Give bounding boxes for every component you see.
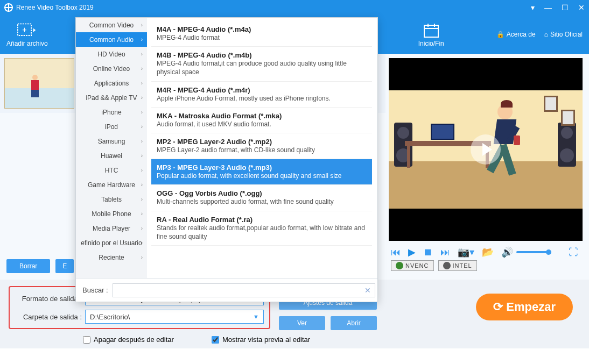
category-item[interactable]: Common Audio› — [76, 32, 147, 47]
encoder-badges: NVENC INTEL — [385, 258, 583, 271]
format-item[interactable]: MP3 - MPEG Layer-3 Audio (*.mp3)Popular … — [151, 159, 372, 185]
window-buttons: ▾ — ☐ ✕ — [531, 3, 585, 12]
calendar-icon — [422, 22, 441, 40]
category-item[interactable]: Applications› — [76, 76, 147, 90]
app-logo-icon — [4, 3, 13, 12]
lock-icon: 🔒 — [496, 31, 504, 38]
snapshot-button[interactable]: 📷▾ — [458, 246, 474, 258]
carpeta-label: Carpeta de salida : — [15, 313, 85, 321]
chevron-right-icon: › — [141, 167, 143, 173]
category-item[interactable]: Online Video› — [76, 61, 147, 76]
chevron-right-icon: › — [141, 124, 143, 130]
app-title: Renee Video Toolbox 2019 — [16, 4, 94, 11]
fullscreen-button[interactable]: ⛶ — [569, 247, 578, 258]
toolbar-right-links: 🔒 Acerca de ⌂ Sitio Oficial — [496, 31, 583, 38]
category-item[interactable]: Mobile Phone› — [76, 206, 147, 221]
svg-rect-2 — [424, 25, 438, 37]
category-item[interactable]: HTC› — [76, 163, 147, 177]
chevron-right-icon: › — [141, 51, 143, 57]
carpeta-select[interactable]: D:\Escritorio\ ▼ — [85, 310, 264, 324]
buscar-label: Buscar : — [82, 286, 108, 294]
video-thumbnail[interactable] — [4, 58, 74, 109]
next-button[interactable]: ⏭ — [440, 247, 450, 258]
chevron-right-icon: › — [141, 211, 143, 217]
format-dropdown: Common Video›Common Audio›HD Video›Onlin… — [75, 17, 378, 302]
empezar-button[interactable]: ⟳ Empezar — [476, 294, 573, 320]
prev-button[interactable]: ⏮ — [391, 247, 401, 258]
bottom-checkboxes: Apagar después de editar Mostrar vista p… — [83, 336, 580, 344]
format-item[interactable]: OGG - Ogg Vorbis Audio (*.ogg)Multi-chan… — [151, 185, 372, 211]
category-list: Common Video›Common Audio›HD Video›Onlin… — [76, 18, 147, 278]
buscar-input[interactable] — [113, 283, 375, 297]
chevron-right-icon: › — [141, 80, 143, 86]
category-item[interactable]: Media Player› — [76, 221, 147, 235]
chevron-right-icon: › — [141, 37, 143, 42]
sitio-oficial-link[interactable]: ⌂ Sitio Oficial — [544, 31, 583, 38]
format-item[interactable]: M4A - MPEG-4 Audio (*.m4a)MPEG-4 Audio f… — [151, 21, 372, 47]
format-item[interactable]: M4R - MPEG-4 Audio (*.m4r)Apple iPhone A… — [151, 82, 372, 108]
chevron-right-icon: › — [141, 66, 143, 72]
format-list: M4A - MPEG-4 Audio (*.m4a)MPEG-4 Audio f… — [147, 18, 377, 278]
refresh-icon: ⟳ — [493, 300, 503, 314]
open-folder-button[interactable]: 📂 — [482, 246, 494, 258]
inicio-fin-button[interactable]: Inicio/Fin — [418, 22, 444, 47]
formato-label: Formato de salida : — [15, 295, 85, 303]
abrir-button[interactable]: Abrir — [331, 316, 377, 330]
add-file-icon: + — [17, 22, 37, 40]
volume-icon: 🔊 — [501, 246, 513, 258]
nvenc-badge: NVENC — [391, 260, 434, 271]
edit-button[interactable]: E — [55, 259, 74, 273]
clear-search-icon[interactable]: ✕ — [364, 286, 371, 295]
chevron-right-icon: › — [141, 196, 143, 202]
playback-controls: ⏮ ▶ ⏹ ⏭ 📷▾ 📂 🔊 ⛶ — [385, 241, 583, 258]
svg-text:+: + — [23, 25, 27, 34]
chevron-right-icon: › — [141, 240, 143, 246]
format-item[interactable]: M4B - MPEG-4 Audio (*.m4b)MPEG-4 Audio f… — [151, 47, 372, 81]
minimize-icon[interactable]: — — [544, 3, 552, 12]
category-item[interactable]: HD Video› — [76, 47, 147, 61]
category-item[interactable]: efinido por el Usuario› — [76, 235, 147, 250]
category-item[interactable]: Game Hardware› — [76, 177, 147, 192]
category-item[interactable]: Samsung› — [76, 134, 147, 148]
category-item[interactable]: Tablets› — [76, 192, 147, 206]
acerca-link[interactable]: 🔒 Acerca de — [496, 31, 536, 38]
add-file-button[interactable]: + Añadir archivo — [6, 22, 48, 47]
caret-down-icon: ▼ — [253, 313, 259, 320]
preview-panel: ⏮ ▶ ⏹ ⏭ 📷▾ 📂 🔊 ⛶ NVENC INTEL — [385, 54, 589, 280]
intel-badge: INTEL — [438, 260, 477, 271]
home-icon: ⌂ — [544, 31, 548, 38]
chevron-right-icon: › — [141, 138, 143, 144]
format-item[interactable]: RA - Real Audio Format (*.ra)Stands for … — [151, 211, 372, 246]
chevron-right-icon: › — [141, 225, 143, 231]
category-item[interactable]: iPhone› — [76, 105, 147, 119]
dropdown-icon[interactable]: ▾ — [531, 3, 535, 12]
volume-control[interactable]: 🔊 — [501, 246, 549, 258]
play-button[interactable]: ▶ — [408, 246, 416, 258]
category-item[interactable]: iPod› — [76, 119, 147, 134]
title-bar: Renee Video Toolbox 2019 ▾ — ☐ ✕ — [0, 0, 589, 15]
category-item[interactable]: iPad && Apple TV› — [76, 90, 147, 105]
chevron-right-icon: › — [141, 109, 143, 115]
category-item[interactable]: Reciente› — [76, 250, 147, 265]
add-file-label: Añadir archivo — [6, 40, 48, 47]
close-icon[interactable]: ✕ — [578, 3, 585, 12]
ver-button[interactable]: Ver — [279, 316, 325, 330]
inicio-fin-label: Inicio/Fin — [418, 40, 444, 47]
category-item[interactable]: Common Video› — [76, 18, 147, 32]
format-item[interactable]: MKA - Matroska Audio Format (*.mka)Audio… — [151, 108, 372, 133]
maximize-icon[interactable]: ☐ — [562, 3, 569, 12]
category-item[interactable]: Huawei› — [76, 148, 147, 163]
video-preview[interactable] — [389, 58, 583, 241]
chevron-right-icon: › — [141, 22, 143, 28]
format-item[interactable]: MP2 - MPEG Layer-2 Audio (*.mp2)MPEG Lay… — [151, 133, 372, 159]
volume-slider[interactable] — [516, 251, 549, 253]
stop-button[interactable]: ⏹ — [423, 247, 433, 258]
apagar-checkbox[interactable]: Apagar después de editar — [83, 336, 174, 344]
chevron-right-icon: › — [141, 95, 143, 101]
borrar-button[interactable]: Borrar — [6, 259, 50, 273]
dropdown-search-row: Buscar : ✕ — [76, 278, 377, 302]
preview-checkbox[interactable]: Mostrar vista previa al editar — [212, 336, 310, 344]
chevron-right-icon: › — [141, 254, 143, 260]
play-overlay-icon[interactable] — [471, 134, 501, 165]
chevron-right-icon: › — [141, 182, 143, 188]
